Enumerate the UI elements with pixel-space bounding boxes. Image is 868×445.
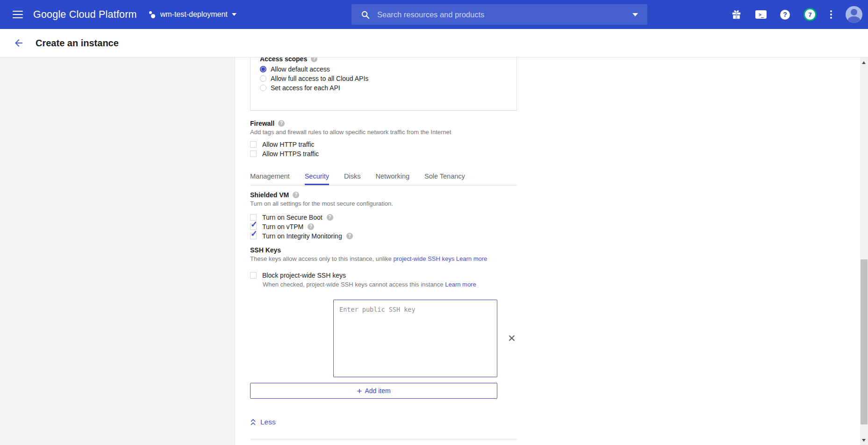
learn-more-link[interactable]: Learn more <box>445 281 476 288</box>
ssh-keys-section: SSH Keys These keys allow access only to… <box>250 246 517 399</box>
access-scopes-box: Access scopes ? Allow default access All… <box>250 57 517 111</box>
page-header: Create an instance <box>0 29 868 57</box>
radio-set-access-each-api[interactable]: Set access for each API <box>260 83 516 93</box>
tab-disks[interactable]: Disks <box>344 172 360 185</box>
less-toggle[interactable]: Less <box>250 418 287 426</box>
ssh-keys-label: SSH Keys <box>250 246 517 254</box>
checkbox-checked-icon: ✓ <box>250 233 257 239</box>
help-icon[interactable]: ? <box>311 57 317 62</box>
radio-allow-default-access[interactable]: Allow default access <box>260 65 516 74</box>
more-options-icon[interactable] <box>830 10 832 19</box>
help-icon[interactable]: ? <box>327 214 333 221</box>
menu-icon[interactable] <box>13 11 23 18</box>
checkbox-icon <box>250 151 257 157</box>
radio-icon <box>260 66 266 72</box>
checkbox-secure-boot[interactable]: Turn on Secure Boot ? <box>250 213 517 222</box>
search-icon <box>361 10 370 19</box>
page-title: Create an instance <box>36 38 119 49</box>
app-bar: Google Cloud Platform wm-test-deployment… <box>0 0 868 29</box>
add-item-button[interactable]: + Add item <box>250 383 497 399</box>
avatar-silhouette <box>851 9 857 15</box>
project-icon <box>148 10 157 19</box>
block-ssh-keys-description: When checked, project-wide SSH keys cann… <box>263 281 517 288</box>
back-arrow-icon[interactable] <box>13 37 24 49</box>
checkbox-allow-http[interactable]: Allow HTTP traffic <box>250 140 517 149</box>
ssh-keys-description: These keys allow access only to this ins… <box>250 255 517 262</box>
scroll-down-arrow[interactable] <box>862 439 866 442</box>
checkbox-icon <box>250 141 257 148</box>
cloud-shell-icon[interactable]: >_ <box>755 10 767 19</box>
close-icon[interactable]: ✕ <box>508 334 516 343</box>
learn-more-link[interactable]: Learn more <box>456 255 487 262</box>
project-wide-ssh-keys-link[interactable]: project-wide SSH keys <box>393 255 454 262</box>
tab-security[interactable]: Security <box>305 172 329 185</box>
ssh-key-input[interactable] <box>333 300 497 377</box>
checkbox-block-project-ssh-keys[interactable]: Block project-wide SSH keys <box>250 271 517 280</box>
scrollbar-thumb[interactable] <box>861 259 868 424</box>
checkbox-allow-https[interactable]: Allow HTTPS traffic <box>250 149 517 158</box>
radio-icon <box>260 85 266 91</box>
chevron-double-up-icon <box>250 418 256 426</box>
firewall-section: Firewall ? Add tags and firewall rules t… <box>250 120 517 158</box>
help-icon-topbar[interactable]: ? <box>780 10 790 20</box>
tab-management[interactable]: Management <box>250 172 290 185</box>
avatar[interactable] <box>846 6 862 23</box>
search-dropdown-icon[interactable] <box>632 13 638 16</box>
shielded-vm-description: Turn on all settings for the most secure… <box>250 200 517 207</box>
appbar-actions: >_ ? 7 <box>731 0 862 29</box>
firewall-description: Add tags and firewall rules to allow spe… <box>250 129 517 136</box>
scrollbar[interactable] <box>860 57 868 445</box>
tab-networking[interactable]: Networking <box>375 172 409 185</box>
help-icon[interactable]: ? <box>308 223 314 230</box>
radio-icon <box>260 75 266 82</box>
shielded-vm-label: Shielded VM ? <box>250 191 517 199</box>
left-panel <box>0 57 235 445</box>
checkbox-icon <box>250 272 257 279</box>
help-icon[interactable]: ? <box>278 120 285 127</box>
chevron-down-icon <box>232 13 237 16</box>
plus-icon: + <box>357 387 362 395</box>
main-content: Access scopes ? Allow default access All… <box>236 57 860 445</box>
checkbox-integrity-monitoring[interactable]: ✓ Turn on Integrity Monitoring ? <box>250 231 517 241</box>
help-icon[interactable]: ? <box>293 192 299 198</box>
notifications-badge[interactable]: 7 <box>803 8 817 21</box>
checkbox-vtpm[interactable]: ✓ Turn on vTPM ? <box>250 222 517 231</box>
search-input[interactable] <box>377 10 632 19</box>
gcp-logo[interactable]: Google Cloud Platform <box>33 9 137 21</box>
section-divider <box>250 439 517 439</box>
project-selector[interactable]: wm-test-deployment <box>148 10 237 19</box>
shielded-vm-section: Shielded VM ? Turn on all settings for t… <box>250 191 517 241</box>
settings-tabs: Management Security Disks Networking Sol… <box>250 172 517 186</box>
gift-icon[interactable] <box>731 9 742 20</box>
project-name: wm-test-deployment <box>160 10 228 19</box>
access-scopes-label: Access scopes ? <box>260 57 516 63</box>
search-bar[interactable] <box>352 4 647 25</box>
help-icon[interactable]: ? <box>346 233 353 239</box>
radio-allow-full-access[interactable]: Allow full access to all Cloud APIs <box>260 74 516 83</box>
firewall-label: Firewall ? <box>250 120 517 127</box>
scroll-up-arrow[interactable] <box>862 61 866 64</box>
tab-sole-tenancy[interactable]: Sole Tenancy <box>424 172 465 185</box>
